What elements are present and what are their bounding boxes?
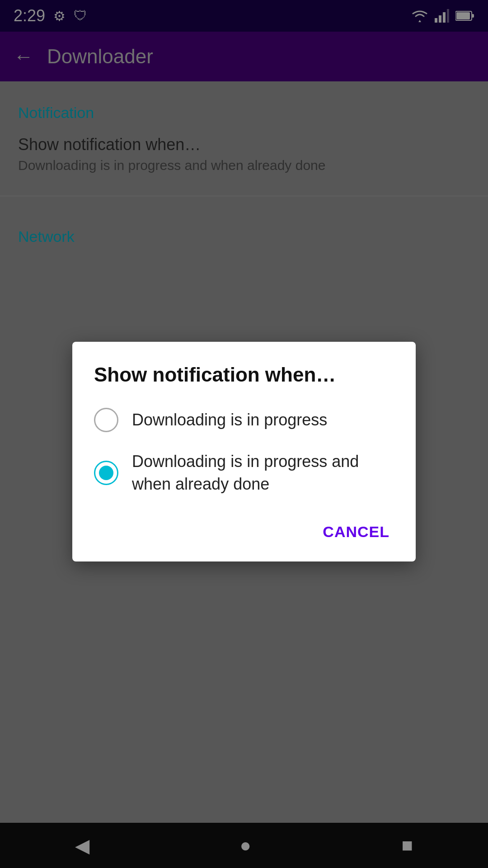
radio-2-inner — [99, 466, 113, 480]
radio-2[interactable] — [94, 461, 118, 485]
dialog-actions: CANCEL — [94, 519, 394, 545]
option-1-label: Downloading is in progress — [132, 409, 327, 431]
dialog-options: Downloading is in progress Downloading i… — [94, 408, 394, 496]
option-1[interactable]: Downloading is in progress — [94, 408, 394, 432]
dialog: Show notification when… Downloading is i… — [72, 342, 416, 561]
option-2-label: Downloading is in progress and when alre… — [132, 450, 394, 496]
cancel-button[interactable]: CANCEL — [318, 519, 394, 545]
dialog-title: Show notification when… — [94, 363, 394, 386]
option-2[interactable]: Downloading is in progress and when alre… — [94, 450, 394, 496]
radio-1[interactable] — [94, 408, 118, 432]
